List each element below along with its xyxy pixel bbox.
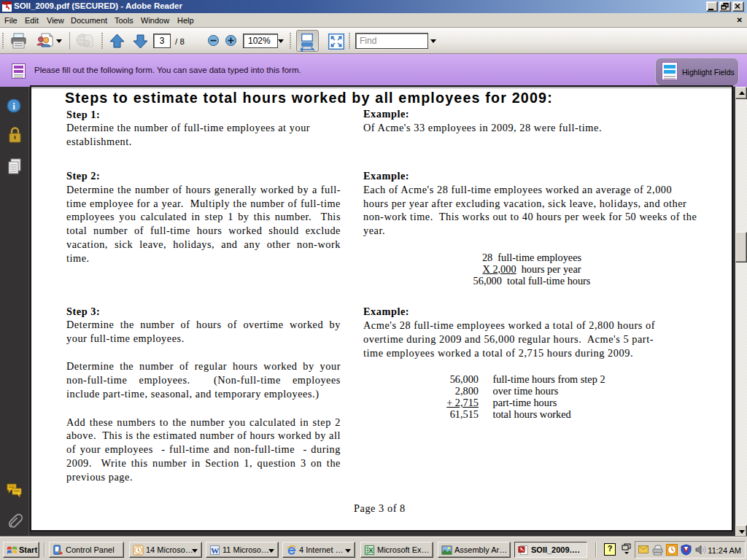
- svg-text:i: i: [12, 101, 15, 112]
- svg-text:X: X: [368, 547, 374, 554]
- svg-text:W: W: [211, 546, 220, 555]
